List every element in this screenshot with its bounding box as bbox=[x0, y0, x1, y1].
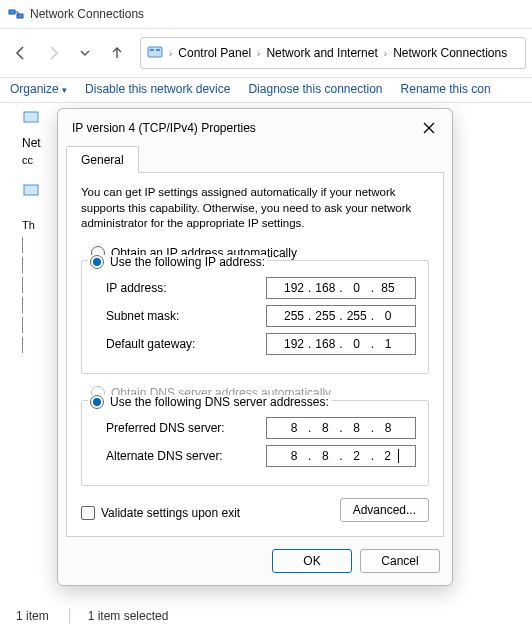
default-gateway-input[interactable]: 192.168.0.1 bbox=[266, 333, 416, 355]
item-count: 1 item bbox=[16, 609, 49, 623]
crumb-control-panel[interactable]: Control Panel bbox=[178, 46, 251, 60]
ok-button[interactable]: OK bbox=[272, 549, 352, 573]
tab-general[interactable]: General bbox=[66, 146, 139, 173]
dns-group: Use the following DNS server addresses: … bbox=[81, 400, 429, 486]
ipv4-properties-dialog: IP version 4 (TCP/IPv4) Properties Gener… bbox=[57, 108, 453, 586]
network-connections-icon bbox=[8, 6, 24, 22]
svg-rect-2 bbox=[148, 47, 162, 57]
close-button[interactable] bbox=[418, 117, 440, 139]
bg-cc-label: cc bbox=[22, 154, 62, 166]
bg-net-label: Net bbox=[22, 136, 62, 150]
tab-strip: General bbox=[58, 145, 452, 172]
description-text: You can get IP settings assigned automat… bbox=[81, 185, 429, 232]
window-title-bar: Network Connections bbox=[0, 0, 532, 28]
subnet-mask-input[interactable]: 255.255.255.0 bbox=[266, 305, 416, 327]
command-bar: Organize ▾ Disable this network device D… bbox=[0, 78, 532, 102]
adapter-icon bbox=[22, 182, 40, 198]
ip-group: Use the following IP address: IP address… bbox=[81, 260, 429, 374]
advanced-button[interactable]: Advanced... bbox=[340, 498, 429, 522]
checkbox-icon bbox=[81, 506, 95, 520]
radio-icon bbox=[90, 395, 104, 409]
svg-rect-5 bbox=[24, 112, 38, 122]
bg-list-fragment bbox=[22, 237, 62, 353]
back-button[interactable] bbox=[6, 38, 36, 68]
rename-cmd[interactable]: Rename this con bbox=[401, 82, 491, 96]
radio-manual-ip[interactable]: Use the following IP address: bbox=[88, 255, 267, 269]
crumb-network-connections[interactable]: Network Connections bbox=[393, 46, 507, 60]
dialog-title-bar: IP version 4 (TCP/IPv4) Properties bbox=[58, 109, 452, 145]
radio-icon bbox=[90, 255, 104, 269]
subnet-mask-label: Subnet mask: bbox=[106, 309, 179, 323]
chevron-right-icon: › bbox=[257, 48, 260, 59]
organize-menu[interactable]: Organize ▾ bbox=[10, 82, 67, 96]
nav-toolbar: › Control Panel › Network and Internet ›… bbox=[0, 29, 532, 77]
radio-manual-dns-label: Use the following DNS server addresses: bbox=[110, 395, 329, 409]
dialog-title-text: IP version 4 (TCP/IPv4) Properties bbox=[72, 121, 256, 135]
status-bar: 1 item 1 item selected bbox=[16, 609, 168, 623]
disable-device-cmd[interactable]: Disable this network device bbox=[85, 82, 230, 96]
validate-checkbox[interactable]: Validate settings upon exit bbox=[81, 506, 240, 520]
default-gateway-label: Default gateway: bbox=[106, 337, 195, 351]
radio-manual-ip-label: Use the following IP address: bbox=[110, 255, 265, 269]
diagnose-cmd[interactable]: Diagnose this connection bbox=[248, 82, 382, 96]
svg-rect-4 bbox=[156, 49, 160, 51]
selected-count: 1 item selected bbox=[69, 609, 169, 623]
bg-th-label: Th bbox=[22, 219, 62, 231]
ip-address-label: IP address: bbox=[106, 281, 166, 295]
forward-button[interactable] bbox=[38, 38, 68, 68]
adapter-icon bbox=[22, 109, 40, 125]
window-title-text: Network Connections bbox=[30, 7, 144, 21]
svg-rect-3 bbox=[150, 49, 154, 51]
control-panel-icon bbox=[147, 44, 163, 63]
svg-rect-6 bbox=[24, 185, 38, 195]
preferred-dns-label: Preferred DNS server: bbox=[106, 421, 225, 435]
ip-address-input[interactable]: 192.168.0.85 bbox=[266, 277, 416, 299]
svg-rect-0 bbox=[9, 10, 15, 14]
preferred-dns-input[interactable]: 8.8.8.8 bbox=[266, 417, 416, 439]
breadcrumb[interactable]: › Control Panel › Network and Internet ›… bbox=[140, 37, 526, 69]
up-button[interactable] bbox=[102, 38, 132, 68]
dialog-button-row: OK Cancel bbox=[58, 545, 452, 585]
crumb-network-internet[interactable]: Network and Internet bbox=[266, 46, 377, 60]
cancel-button[interactable]: Cancel bbox=[360, 549, 440, 573]
validate-label: Validate settings upon exit bbox=[101, 506, 240, 520]
alternate-dns-label: Alternate DNS server: bbox=[106, 449, 223, 463]
tab-panel-general: You can get IP settings assigned automat… bbox=[66, 172, 444, 537]
chevron-right-icon: › bbox=[169, 48, 172, 59]
chevron-right-icon: › bbox=[384, 48, 387, 59]
radio-manual-dns[interactable]: Use the following DNS server addresses: bbox=[88, 395, 331, 409]
recent-dropdown[interactable] bbox=[70, 38, 100, 68]
alternate-dns-input[interactable]: 8.8.2.2 bbox=[266, 445, 416, 467]
